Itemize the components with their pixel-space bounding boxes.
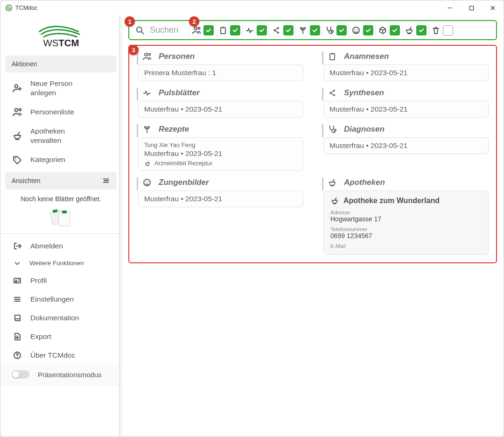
result-card[interactable]: Musterfrau • 2023-05-21 xyxy=(323,137,489,154)
card-subrow: Arzneimittel Rezeptur xyxy=(144,160,297,167)
nav-label: Profil xyxy=(30,276,47,285)
annotation-marker-2: 2 xyxy=(189,16,199,27)
share-icon xyxy=(271,25,281,35)
filter-checkbox[interactable] xyxy=(257,25,267,35)
pharmacy-addr: Hogwartgasse 17 xyxy=(330,215,482,223)
filter-checkbox[interactable] xyxy=(283,25,294,35)
nav-label: Neue Person anlegen xyxy=(30,79,91,98)
filter-checkbox[interactable] xyxy=(230,25,240,35)
search-toolbar: 1 2 xyxy=(128,20,497,40)
group-title: Personen xyxy=(159,52,195,61)
section-header-label: Ansichten xyxy=(12,177,40,184)
nav-abmelden[interactable]: Abmelden xyxy=(0,237,121,255)
nav-weitere-funktionen[interactable]: Weitere Funktionen xyxy=(0,255,121,271)
group-synthesen: Synthesen Musterfrau • 2023-05-21 xyxy=(322,88,489,118)
nav-apotheken-verwalten[interactable]: Apotheken verwalten xyxy=(0,122,121,150)
filter-stethoscope[interactable] xyxy=(322,24,349,36)
group-pulsblaetter: Pulsblätter Musterfrau • 2023-05-21 xyxy=(137,88,303,118)
help-icon xyxy=(12,351,23,360)
filter-checkbox[interactable] xyxy=(416,25,427,35)
nav-dokumentation[interactable]: Dokumentation xyxy=(0,309,121,327)
card-text: Musterfrau • 2023-05-21 xyxy=(144,149,297,158)
face-icon xyxy=(351,25,361,35)
card-text: Musterfrau • 2023-05-21 xyxy=(329,69,483,77)
share-icon xyxy=(327,88,337,98)
nav-kategorien[interactable]: Kategorien xyxy=(0,150,121,170)
nav-einstellungen[interactable]: Einstellungen xyxy=(0,290,121,309)
app-icon xyxy=(5,4,13,12)
result-card[interactable]: Musterfrau • 2023-05-21 xyxy=(323,101,489,118)
filter-checkbox[interactable] xyxy=(203,25,214,35)
mortar-icon xyxy=(327,177,337,188)
window-close-button[interactable] xyxy=(482,0,504,15)
search-icon xyxy=(135,25,145,35)
result-card[interactable]: Tong Xie Yao Feng Musterfrau • 2023-05-2… xyxy=(138,137,303,171)
pharmacy-card[interactable]: Apotheke zum Wunderland Adresse Hogwartg… xyxy=(323,190,489,255)
search-input[interactable] xyxy=(149,25,185,35)
filter-checkbox[interactable] xyxy=(443,25,453,35)
card-pretitle: Tong Xie Yao Feng xyxy=(144,141,297,148)
filter-checkbox[interactable] xyxy=(310,25,320,35)
presentation-label: Präsentationsmodus xyxy=(38,371,102,379)
tag-icon xyxy=(12,155,23,165)
filter-sprout[interactable] xyxy=(295,24,322,36)
card-text: Musterfrau • 2023-05-21 xyxy=(329,105,483,113)
filter-face[interactable] xyxy=(349,24,375,36)
filter-checkbox[interactable] xyxy=(390,25,400,35)
export-icon xyxy=(12,332,23,341)
nav-neue-person[interactable]: Neue Person anlegen xyxy=(0,74,121,102)
nav-label: Export xyxy=(30,332,51,341)
trash-icon xyxy=(431,25,441,35)
nav-label: Einstellungen xyxy=(30,295,74,304)
result-card[interactable]: Primera Musterfrau : 1 xyxy=(138,64,303,81)
group-rezepte: Rezepte Tong Xie Yao Feng Musterfrau • 2… xyxy=(137,124,303,171)
filter-cube[interactable] xyxy=(375,24,402,36)
filter-heartbeat[interactable] xyxy=(242,24,269,36)
group-title: Anamnesen xyxy=(344,52,389,61)
pharmacy-addr-label: Adresse xyxy=(330,210,482,215)
heartbeat-icon xyxy=(142,88,152,98)
nav-profil[interactable]: Profil xyxy=(0,271,121,290)
logo: WSTCM xyxy=(0,15,121,54)
nav-label: Personenliste xyxy=(30,107,74,117)
nav-label: Über TCMdoc xyxy=(30,351,75,360)
sprout-icon xyxy=(298,25,308,35)
nav-label: Apotheken verwalten xyxy=(30,127,91,145)
filter-clipboard[interactable] xyxy=(216,24,242,36)
group-title: Synthesen xyxy=(344,88,384,98)
heartbeat-icon xyxy=(245,25,255,35)
nav-export[interactable]: Export xyxy=(0,327,121,346)
group-title: Pulsblätter xyxy=(159,88,200,98)
user-plus-icon xyxy=(12,83,23,93)
stethoscope-icon xyxy=(327,124,337,134)
filter-mortar[interactable] xyxy=(402,24,428,36)
filter-trash[interactable] xyxy=(428,24,455,36)
window-maximize-button[interactable] xyxy=(461,0,482,15)
card-text: Musterfrau • 2023-05-21 xyxy=(329,141,483,150)
lines-icon[interactable] xyxy=(102,176,110,185)
result-card[interactable]: Musterfrau • 2023-05-21 xyxy=(323,64,489,81)
sidebar-scrollbar[interactable] xyxy=(119,15,120,437)
result-card[interactable]: Musterfrau • 2023-05-21 xyxy=(138,101,303,118)
mortar-icon xyxy=(404,25,414,35)
result-card[interactable]: Musterfrau • 2023-05-21 xyxy=(138,190,303,207)
group-diagnosen: Diagnosen Musterfrau • 2023-05-21 xyxy=(322,124,489,171)
stethoscope-icon xyxy=(324,25,335,35)
nav-label: Kategorien xyxy=(30,155,65,164)
presentation-toggle[interactable] xyxy=(12,370,29,379)
group-title: Diagnosen xyxy=(344,125,385,134)
group-title: Zungenbilder xyxy=(159,178,209,187)
svg-text:WSTCM: WSTCM xyxy=(43,38,79,48)
filter-checkbox[interactable] xyxy=(336,25,347,35)
card-text: Musterfrau • 2023-05-21 xyxy=(144,105,297,113)
filter-share[interactable] xyxy=(269,24,295,36)
nav-ueber[interactable]: Über TCMdoc xyxy=(0,346,121,365)
filter-checkbox[interactable] xyxy=(363,25,373,35)
card-text: Musterfrau • 2023-05-21 xyxy=(144,195,297,203)
group-title: Apotheken xyxy=(344,178,385,187)
pharmacy-name: Apotheke zum Wunderland xyxy=(343,197,440,205)
window-minimize-button[interactable] xyxy=(439,0,461,15)
nav-personenliste[interactable]: Personenliste xyxy=(0,102,121,122)
people-icon xyxy=(12,107,23,117)
face-icon xyxy=(142,177,152,188)
